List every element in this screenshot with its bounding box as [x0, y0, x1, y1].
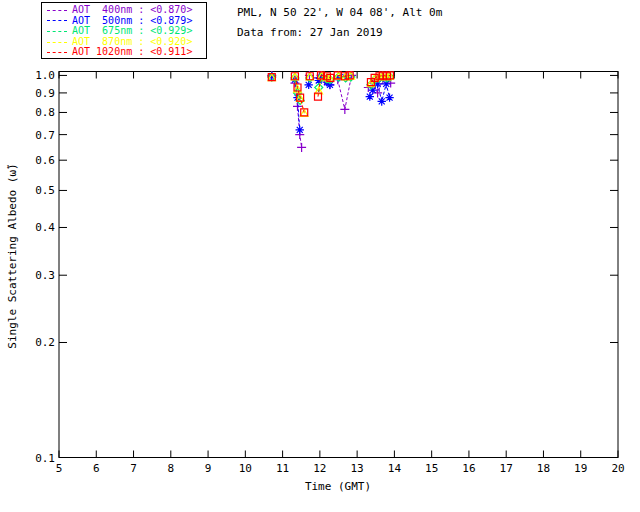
header-block: PML, N 50 22', W 04 08', Alt 0m Data fro…: [237, 6, 442, 39]
legend-line-sample: [47, 10, 67, 11]
x-tick-label: 15: [425, 462, 438, 475]
site-location-text: PML, N 50 22', W 04 08', Alt 0m: [237, 6, 442, 19]
x-tick-label: 16: [462, 462, 475, 475]
plus-marker: [340, 105, 349, 114]
legend-line-sample: [47, 20, 67, 21]
x-tick-label: 6: [93, 462, 100, 475]
x-tick-label: 10: [239, 462, 252, 475]
x-tick-label: 7: [130, 462, 137, 475]
ssa-chart: 5678910111213141516171819200.10.20.30.40…: [0, 0, 640, 512]
x-tick-label: 20: [611, 462, 624, 475]
asterisk-marker: [385, 93, 393, 101]
x-tick-label: 13: [351, 462, 364, 475]
legend-item: AOT 1020nm : <0.911>: [47, 47, 206, 58]
asterisk-marker: [296, 126, 304, 134]
y-axis-label: Single Scattering Albedo (ω̃): [6, 163, 19, 348]
y-tick-label: 0.1: [35, 452, 55, 465]
series-1020nm: [268, 72, 393, 116]
asterisk-marker: [378, 97, 386, 105]
x-axis-label: Time (GMT): [305, 480, 371, 493]
y-tick-label: 0.6: [35, 154, 55, 167]
x-tick-label: 17: [500, 462, 513, 475]
legend-line-sample: [47, 42, 67, 43]
x-tick-label: 14: [388, 462, 402, 475]
ssa-plot-window: 5678910111213141516171819200.10.20.30.40…: [0, 0, 640, 512]
x-tick-label: 9: [205, 462, 212, 475]
y-tick-label: 0.4: [35, 221, 55, 234]
legend-item: AOT 400nm : <0.870>: [47, 5, 206, 16]
y-tick-label: 0.2: [35, 336, 55, 349]
plot-frame: [59, 72, 618, 458]
y-tick-label: 0.5: [35, 184, 55, 197]
plus-marker: [297, 143, 306, 152]
y-tick-label: 1.0: [35, 69, 55, 82]
legend-line-sample: [47, 52, 67, 53]
x-tick-label: 8: [167, 462, 174, 475]
chart-series: [267, 71, 395, 152]
legend-box: AOT 400nm : <0.870>AOT 500nm : <0.879>AO…: [41, 2, 207, 59]
x-tick-label: 11: [276, 462, 289, 475]
x-tick-label: 19: [574, 462, 587, 475]
x-tick-label: 18: [537, 462, 550, 475]
y-tick-label: 0.8: [35, 106, 55, 119]
asterisk-marker: [304, 81, 312, 89]
y-tick-label: 0.7: [35, 129, 55, 142]
x-tick-label: 5: [56, 462, 63, 475]
x-tick-label: 12: [313, 462, 326, 475]
y-tick-label: 0.9: [35, 87, 55, 100]
chart-axes: 5678910111213141516171819200.10.20.30.40…: [35, 69, 625, 475]
y-tick-label: 0.3: [35, 269, 55, 282]
legend-line-sample: [47, 31, 67, 32]
legend-label: AOT 400nm : <0.870>: [72, 5, 192, 16]
legend-label: AOT 1020nm : <0.911>: [72, 47, 192, 58]
data-date-text: Data from: 27 Jan 2019: [237, 26, 442, 39]
